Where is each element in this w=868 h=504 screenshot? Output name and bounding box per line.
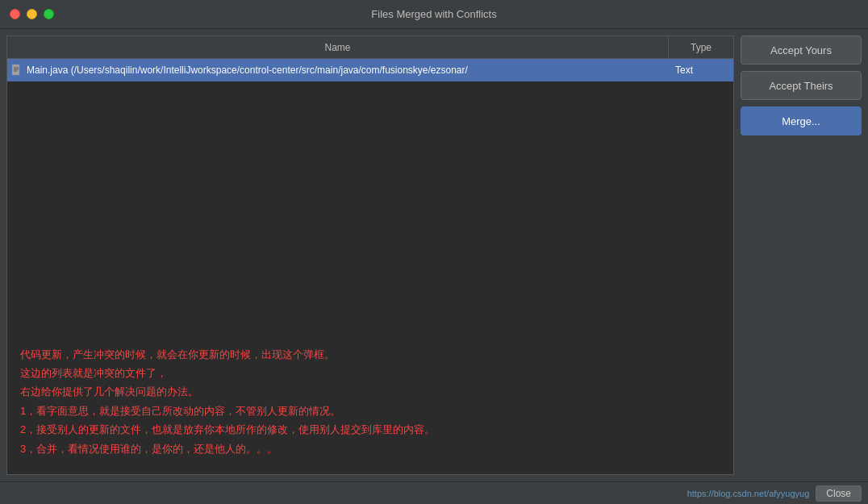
annotation-text: 代码更新，产生冲突的时候，就会在你更新的时候，出现这个弹框。 这边的列表就是冲突… [20, 345, 720, 458]
accept-theirs-button[interactable]: Accept Theirs [741, 71, 862, 100]
minimize-traffic-light[interactable] [27, 9, 37, 19]
main-content: Name Type Main.java (/Users/shaqilin/wor… [0, 29, 868, 481]
annotation-line-3: 右边给你提供了几个解决问题的办法。 [20, 382, 720, 401]
file-icon [7, 64, 27, 77]
annotation-line-5: 2，接受别人的更新的文件，也就是放弃你本地所作的修改，使用别人提交到库里的内容。 [20, 420, 720, 439]
file-type: Text [669, 65, 733, 76]
right-panel: Accept Yours Accept Theirs Merge... [741, 35, 862, 475]
table-row[interactable]: Main.java (/Users/shaqilin/work/IntelliJ… [7, 59, 733, 81]
column-name-header: Name [7, 36, 669, 58]
annotation-line-1: 代码更新，产生冲突的时候，就会在你更新的时候，出现这个弹框。 [20, 345, 720, 364]
annotation-area: 代码更新，产生冲突的时候，就会在你更新的时候，出现这个弹框。 这边的列表就是冲突… [7, 81, 733, 474]
window-title: Files Merged with Conflicts [371, 8, 496, 20]
table-header: Name Type [7, 36, 733, 59]
annotation-line-4: 1，看字面意思，就是接受自己所改动的内容，不管别人更新的情况。 [20, 402, 720, 420]
column-type-header: Type [669, 36, 733, 58]
left-panel: Name Type Main.java (/Users/shaqilin/wor… [6, 35, 734, 475]
accept-yours-button[interactable]: Accept Yours [741, 35, 862, 65]
bottom-bar: https://blog.csdn.net/afyyugyug Close [0, 481, 868, 504]
maximize-traffic-light[interactable] [44, 9, 54, 19]
annotation-line-2: 这边的列表就是冲突的文件了， [20, 364, 720, 382]
close-traffic-light[interactable] [10, 9, 20, 19]
annotation-line-6: 3，合并，看情况使用谁的，是你的，还是他人的。。。 [20, 439, 720, 458]
close-button[interactable]: Close [816, 485, 862, 502]
footer-link: https://blog.csdn.net/afyyugyug [687, 489, 810, 498]
merge-button[interactable]: Merge... [741, 106, 862, 135]
file-name: Main.java (/Users/shaqilin/work/IntelliJ… [27, 65, 669, 76]
title-bar: Files Merged with Conflicts [0, 0, 868, 29]
traffic-lights [10, 9, 54, 19]
